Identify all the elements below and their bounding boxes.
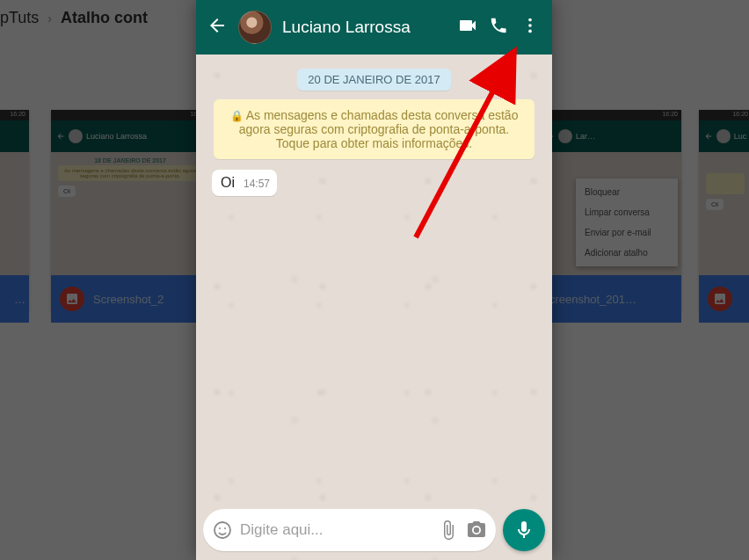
phone-icon xyxy=(489,16,508,35)
svg-point-3 xyxy=(215,522,230,538)
svg-point-4 xyxy=(219,527,221,529)
emoji-button[interactable] xyxy=(212,520,233,541)
arrow-back-icon xyxy=(207,15,228,36)
back-button[interactable] xyxy=(207,15,228,40)
svg-point-2 xyxy=(528,30,532,33)
encryption-notice[interactable]: 🔒 As mensagens e chamadas desta conversa… xyxy=(214,99,534,159)
message-incoming[interactable]: Oi 14:57 xyxy=(212,170,277,196)
mic-icon xyxy=(513,520,534,541)
attachment-icon xyxy=(438,520,459,541)
input-bar xyxy=(203,509,545,551)
encryption-text: As mensagens e chamadas desta conversa e… xyxy=(239,108,519,150)
svg-point-1 xyxy=(528,24,532,27)
video-call-button[interactable] xyxy=(457,15,478,40)
message-input-container xyxy=(203,509,496,551)
more-options-button[interactable] xyxy=(520,16,542,39)
more-vert-icon xyxy=(520,16,540,35)
camera-button[interactable] xyxy=(466,520,487,541)
emoji-icon xyxy=(212,520,233,541)
message-time: 14:57 xyxy=(244,178,270,191)
svg-point-0 xyxy=(528,18,532,22)
svg-point-5 xyxy=(224,527,226,529)
chat-header: Luciano Larrossa xyxy=(196,0,552,55)
voice-message-button[interactable] xyxy=(503,509,545,551)
voice-call-button[interactable] xyxy=(489,16,510,39)
contact-avatar[interactable] xyxy=(238,11,272,44)
date-chip: 20 DE JANEIRO DE 2017 xyxy=(297,69,450,91)
chat-body[interactable]: 20 DE JANEIRO DE 2017 🔒 As mensagens e c… xyxy=(196,55,552,560)
lock-icon: 🔒 xyxy=(230,110,244,122)
contact-name[interactable]: Luciano Larrossa xyxy=(282,18,447,37)
attach-button[interactable] xyxy=(438,520,459,541)
message-input[interactable] xyxy=(240,521,431,539)
video-icon xyxy=(457,15,478,36)
message-text: Oi xyxy=(221,175,235,191)
camera-icon xyxy=(466,520,487,541)
whatsapp-chat-screen: Luciano Larrossa 20 DE JANEIRO DE 2017 🔒… xyxy=(196,0,552,560)
